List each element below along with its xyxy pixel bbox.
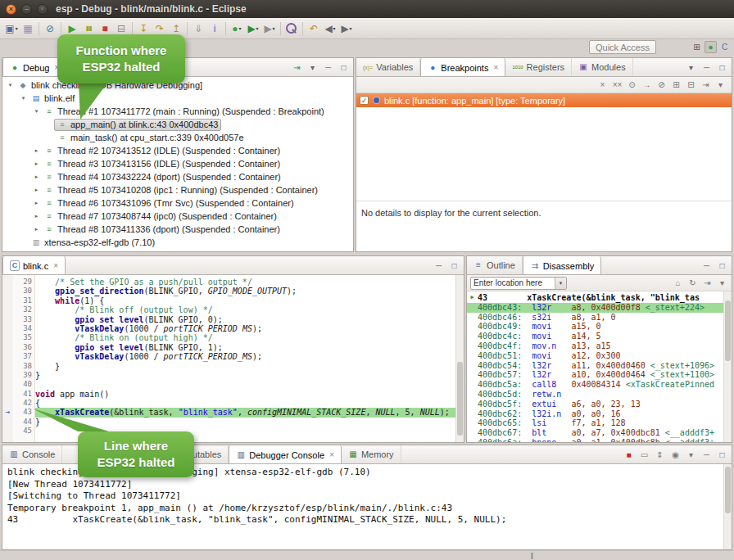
back-icon[interactable]: ◀▾ bbox=[322, 20, 338, 37]
breakpoint-checkbox[interactable]: ✓ bbox=[360, 96, 369, 105]
maximize-icon[interactable]: □ bbox=[716, 260, 728, 272]
minimize-icon[interactable]: ─ bbox=[700, 449, 713, 461]
external-tools-icon[interactable]: ▶▾ bbox=[261, 20, 278, 37]
scroll-lock-icon[interactable]: ⇕ bbox=[654, 449, 666, 461]
code-line[interactable]: 29 /* Set the GPIO as a push/pull output… bbox=[2, 278, 455, 287]
tab-modules[interactable]: ▣Modules bbox=[572, 58, 633, 76]
expand-arrow-icon[interactable]: ▸ bbox=[32, 200, 41, 206]
maximize-icon[interactable]: □ bbox=[716, 61, 728, 74]
tab-blink-c[interactable]: Cblink.c× bbox=[2, 256, 66, 275]
code-line[interactable]: 32 /* Blink off (output low) */ bbox=[2, 305, 455, 314]
disassembly-line[interactable]: 400dbc67: blt a0, a7, 0x400dbc81 <__addd… bbox=[467, 428, 723, 438]
debug-tree-item[interactable]: ≡app_main() at blink.c:43 0x400dbc43 bbox=[2, 118, 353, 131]
collapse-all-icon[interactable]: ⊟ bbox=[685, 79, 697, 91]
debug-tree-item[interactable]: ▸≡Thread #8 1073411336 (dport) (Suspende… bbox=[2, 223, 353, 236]
console-clear-icon[interactable]: ▭ bbox=[638, 449, 650, 461]
disassembly-line[interactable]: 400dbc4c: movi a14, 5 bbox=[467, 332, 723, 341]
link-with-debug-icon[interactable]: ⇥ bbox=[291, 61, 303, 74]
disassembly-scrollbar[interactable] bbox=[723, 291, 732, 442]
debug-tree-item[interactable]: ▥xtensa-esp32-elf-gdb (7.10) bbox=[2, 236, 353, 249]
tab-console[interactable]: ▥Console bbox=[2, 445, 62, 463]
window-minimize-button[interactable]: – bbox=[21, 4, 32, 15]
run-icon[interactable]: ▶▾ bbox=[245, 20, 261, 37]
close-tab-icon[interactable]: × bbox=[53, 261, 58, 270]
go-to-file-icon[interactable]: → bbox=[641, 79, 653, 91]
breakpoints-menu-icon[interactable]: ▾ bbox=[714, 79, 727, 91]
sync-with-stack-icon[interactable]: ⇥ bbox=[701, 277, 714, 289]
disasm-menu-icon[interactable]: ▾ bbox=[716, 277, 728, 289]
code-line[interactable]: 41void app_main() bbox=[2, 390, 455, 399]
refresh-icon[interactable]: ↻ bbox=[686, 277, 699, 289]
last-edit-location-icon[interactable]: ↶ bbox=[306, 20, 322, 37]
disassembly-line[interactable]: 400dbc43: l32r a8, 0x400d00f8 <_stext+22… bbox=[467, 303, 723, 313]
console-scrollbar-thumb[interactable] bbox=[725, 467, 731, 513]
disassembly-line[interactable]: 400dbc51: movi a12, 0x300 bbox=[467, 351, 723, 361]
disassembly-line[interactable]: 400dbc5d: retw.n bbox=[467, 390, 723, 400]
code-line[interactable]: 30 gpio_set_direction(BLINK_GPIO, GPIO_M… bbox=[2, 287, 455, 296]
disassembly-line[interactable]: 400dbc5a: call8 0x40084314 <xTaskCreateP… bbox=[467, 380, 723, 390]
disassembly-line[interactable]: 400dbc65: lsi f7, a1, 128 bbox=[467, 418, 723, 428]
expand-arrow-icon[interactable]: ▾ bbox=[32, 108, 41, 115]
debug-tree-item[interactable]: ▸≡Thread #2 1073413512 (IDLE) (Suspended… bbox=[2, 144, 353, 157]
save-icon[interactable]: ▦ bbox=[20, 20, 36, 37]
disassembly-scrollbar-thumb[interactable] bbox=[725, 300, 731, 361]
search-icon[interactable] bbox=[283, 20, 300, 37]
expand-arrow-icon[interactable]: ▾ bbox=[19, 95, 28, 102]
home-icon[interactable]: ⌂ bbox=[672, 277, 684, 289]
open-console-icon[interactable]: ▾ bbox=[685, 449, 697, 461]
tab-breakpoints[interactable]: ●Breakpoints× bbox=[420, 58, 505, 77]
maximize-icon[interactable]: □ bbox=[716, 449, 728, 461]
skip-all-breakpoints-icon[interactable]: ⊘ bbox=[42, 20, 58, 37]
tab-disassembly[interactable]: ⇉Disassembly bbox=[523, 256, 601, 275]
drop-to-frame-icon[interactable]: ⇓ bbox=[190, 20, 206, 37]
forward-icon[interactable]: ▶▾ bbox=[338, 20, 355, 37]
editor-scrollbar[interactable] bbox=[455, 275, 464, 442]
disassembly-line[interactable]: 400dbc62: l32i.n a0, a0, 16 bbox=[467, 409, 723, 419]
code-line[interactable]: 39} bbox=[2, 371, 455, 380]
expand-arrow-icon[interactable]: ▾ bbox=[6, 82, 15, 88]
tab-debugger-console[interactable]: ▥Debugger Console× bbox=[229, 445, 342, 464]
disassembly-line[interactable]: 400dbc5f: extui a6, a0, 23, 13 bbox=[467, 400, 723, 409]
code-line[interactable]: 36 gpio_set_level(BLINK_GPIO, 1); bbox=[2, 343, 455, 352]
minimize-icon[interactable]: ─ bbox=[433, 260, 445, 272]
minimize-icon[interactable]: ─ bbox=[322, 61, 334, 74]
debug-tree-item[interactable]: ▸≡Thread #5 1073410208 (ipc1 : Running) … bbox=[2, 183, 353, 196]
tab-variables[interactable]: (x)=Variables bbox=[356, 58, 420, 76]
minimize-icon[interactable]: ─ bbox=[700, 61, 713, 74]
maximize-icon[interactable]: □ bbox=[338, 61, 350, 74]
expand-arrow-icon[interactable]: ▸ bbox=[32, 174, 41, 180]
open-perspective-icon[interactable]: ⊞ bbox=[691, 41, 703, 53]
debug-tree-item[interactable]: ▸≡Thread #6 1073431096 (Tmr Svc) (Suspen… bbox=[2, 196, 353, 210]
combo-dropdown-icon[interactable]: ▾ bbox=[555, 278, 566, 289]
remove-breakpoint-icon[interactable]: × bbox=[596, 79, 609, 91]
cpp-perspective-button[interactable]: C bbox=[718, 41, 731, 53]
disassembly-line[interactable]: ▶43 xTaskCreate(&blink_task, "blink_tas bbox=[467, 293, 723, 303]
expand-arrow-icon[interactable]: ▸ bbox=[32, 187, 41, 193]
new-wizard-icon[interactable]: ▣▾ bbox=[3, 20, 20, 37]
debug-tree-item[interactable]: ▸≡Thread #3 1073413156 (IDLE) (Suspended… bbox=[2, 157, 353, 170]
expand-arrow-icon[interactable]: ▸ bbox=[32, 226, 41, 233]
debug-tree-item[interactable]: ▸≡Thread #7 1073408744 (ipc0) (Suspended… bbox=[2, 210, 353, 223]
expand-arrow-icon[interactable]: ▸ bbox=[32, 213, 41, 219]
expand-arrow-icon[interactable]: ▸ bbox=[32, 160, 41, 167]
close-tab-icon[interactable]: × bbox=[329, 450, 334, 459]
view-menu-icon[interactable]: ▾ bbox=[685, 61, 697, 74]
console-terminate-icon[interactable]: ■ bbox=[623, 449, 635, 461]
window-maximize-button[interactable]: ▫ bbox=[37, 4, 48, 15]
code-line[interactable]: 35 /* Blink on (output high) */ bbox=[2, 333, 455, 342]
disassembly-line[interactable]: 400dbc6a: bnone a0, a1, 0x400dbc8b <__ad… bbox=[467, 438, 723, 442]
window-close-button[interactable]: × bbox=[6, 4, 16, 15]
disassembly-line[interactable]: 400dbc49: movi a15, 0 bbox=[467, 322, 723, 332]
location-combo[interactable]: Enter location here ▾ bbox=[470, 277, 567, 290]
breakpoint-item[interactable]: ✓ blink.c [function: app_main] [type: Te… bbox=[356, 93, 732, 107]
expand-arrow-icon[interactable]: ▸ bbox=[32, 147, 41, 154]
skip-all-breakpoints-icon[interactable]: ⊘ bbox=[655, 79, 668, 91]
pin-console-icon[interactable]: ◉ bbox=[669, 449, 682, 461]
tab-outline[interactable]: ≡Outline bbox=[467, 256, 523, 274]
code-line[interactable]: 33 gpio_set_level(BLINK_GPIO, 0); bbox=[2, 315, 455, 324]
debug-tree-item[interactable]: ▸≡Thread #4 1073432224 (dport) (Suspende… bbox=[2, 170, 353, 183]
remove-all-breakpoints-icon[interactable]: ×× bbox=[611, 79, 623, 91]
close-tab-icon[interactable]: × bbox=[493, 63, 498, 72]
status-splitter[interactable] bbox=[531, 553, 533, 559]
code-line[interactable]: 34 vTaskDelay(1000 / portTICK_PERIOD_MS)… bbox=[2, 324, 455, 333]
